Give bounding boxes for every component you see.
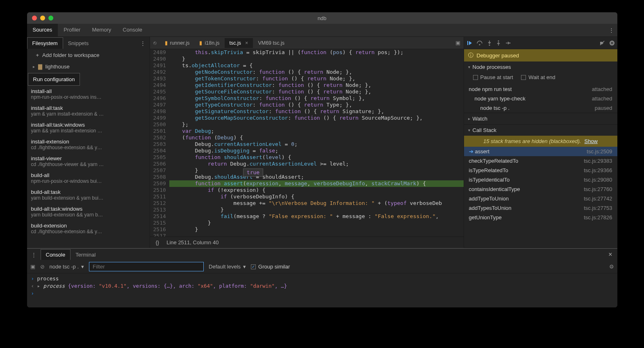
sidebar-more-icon[interactable]: ⋮: [136, 40, 150, 46]
node-processes-header[interactable]: Node processes: [464, 61, 617, 73]
tab-snippets[interactable]: Snippets: [63, 38, 94, 49]
line-gutter: 2489249024912492249324942495249624972498…: [150, 49, 169, 237]
file-tab[interactable]: ▮i18n.js: [194, 38, 224, 48]
file-tab-active[interactable]: tsc.js×: [225, 38, 253, 48]
close-window-icon[interactable]: [32, 16, 37, 20]
code-editor[interactable]: this.skipTrivia = skipTrivia || (functio…: [169, 49, 464, 237]
step-into-icon[interactable]: [487, 40, 492, 46]
debugger-controls: [464, 37, 617, 49]
folder-item[interactable]: ▸ ▇ lighthouse: [27, 61, 150, 72]
resume-icon[interactable]: [467, 40, 472, 46]
svg-point-2: [489, 44, 490, 45]
plus-icon: +: [36, 52, 39, 58]
add-folder-label: Add folder to workspace: [42, 52, 99, 58]
script-item[interactable]: build-allnpm-run-posix-or-windows bui…: [27, 170, 150, 187]
pause-exceptions-icon[interactable]: [609, 40, 615, 46]
stack-frame[interactable]: containsIdenticalTypetsc.js:27760: [464, 184, 617, 194]
minimize-window-icon[interactable]: [40, 16, 45, 20]
current-frame-icon: ➔: [469, 148, 473, 155]
stack-frame[interactable]: addTypeToUniontsc.js:27742: [464, 194, 617, 203]
script-item[interactable]: install-viewercd ./lighthouse-viewer && …: [27, 153, 150, 170]
script-item[interactable]: build-all:task:windowsyarn build-extensi…: [27, 203, 150, 220]
stack-frame[interactable]: ➔asserttsc.js:2509: [464, 147, 617, 156]
step-over-icon[interactable]: [476, 40, 483, 46]
console-output[interactable]: › process ‹ ▸ process {version: "v10.4.1…: [27, 273, 617, 299]
stack-frame[interactable]: addTypesToUniontsc.js:27753: [464, 203, 617, 213]
scripts-list: install-allnpm-run-posix-or-windows ins……: [27, 86, 150, 248]
svg-point-3: [498, 40, 499, 41]
close-tab-icon[interactable]: ×: [245, 40, 248, 46]
drawer-menu-icon[interactable]: ⋮: [27, 252, 41, 258]
add-folder-button[interactable]: + Add folder to workspace: [27, 49, 150, 61]
watch-header[interactable]: Watch: [464, 113, 617, 124]
drawer-tab-terminal[interactable]: Terminal: [71, 250, 100, 260]
chevron-down-icon: ▾: [243, 264, 246, 270]
pause-at-start-checkbox[interactable]: Pause at start: [473, 74, 513, 80]
svg-point-1: [479, 44, 480, 45]
process-item[interactable]: node npm run testattached: [464, 84, 617, 94]
stack-frame[interactable]: getUnionTypetsc.js:27826: [464, 213, 617, 222]
editor-pane: ⎋ ▮runner.js ▮i18n.js tsc.js× VM69 tsc.j…: [150, 37, 464, 248]
nav-back-icon[interactable]: ⎋: [150, 40, 160, 46]
script-item[interactable]: install-extensioncd ./lighthouse-extensi…: [27, 136, 150, 153]
info-icon: ⓘ: [468, 52, 473, 59]
process-item[interactable]: node tsc -p .paused: [464, 103, 617, 113]
clear-console-icon[interactable]: ⊘: [40, 264, 45, 270]
main-tabs: Sources Profiler Memory Console ⋮: [27, 24, 617, 37]
file-tabs: ⎋ ▮runner.js ▮i18n.js tsc.js× VM69 tsc.j…: [150, 37, 464, 49]
folder-label: lighthouse: [46, 64, 70, 70]
more-menu-icon[interactable]: ⋮: [606, 24, 617, 36]
script-item[interactable]: build-extensioncd ./lighthouse-extension…: [27, 220, 150, 237]
debugger-pane: ⓘ Debugger paused Node processes Pause a…: [464, 37, 617, 248]
process-item[interactable]: node yarn type-checkattached: [464, 94, 617, 103]
levels-selector[interactable]: Default levels ▾: [209, 264, 246, 270]
script-item[interactable]: install-all:task:windowsyarn && yarn ins…: [27, 119, 150, 136]
file-tab[interactable]: ▮runner.js: [160, 38, 195, 48]
toggle-sidebar-icon[interactable]: ▣: [30, 264, 35, 270]
left-sidebar: Filesystem Snippets ⋮ + Add folder to wo…: [27, 37, 150, 248]
value-tooltip: true: [243, 168, 263, 177]
stack-frame[interactable]: isTypeRelatedTotsc.js:29366: [464, 166, 617, 175]
settings-icon[interactable]: ⚙: [609, 264, 614, 270]
debugger-paused-banner: ⓘ Debugger paused: [464, 49, 617, 61]
blackbox-notice: 15 stack frames are hidden (blackboxed).…: [464, 136, 617, 147]
chevron-right-icon: ▸: [33, 64, 35, 69]
show-blackboxed-link[interactable]: Show: [584, 138, 598, 144]
call-stack-header[interactable]: Call Stack: [464, 125, 617, 136]
group-similar-checkbox[interactable]: ✓Group similar: [251, 264, 290, 270]
js-file-icon: ▮: [165, 40, 168, 46]
tab-memory[interactable]: Memory: [86, 24, 117, 36]
stack-frame[interactable]: checkTypeRelatedTotsc.js:29383: [464, 156, 617, 166]
svg-point-4: [509, 42, 510, 43]
tab-filesystem[interactable]: Filesystem: [27, 37, 63, 49]
script-item[interactable]: install-all:taskyarn & yarn install-exte…: [27, 102, 150, 119]
file-tab[interactable]: VM69 tsc.js: [253, 38, 289, 48]
svg-point-6: [610, 41, 614, 45]
drawer-tab-console[interactable]: Console: [41, 249, 71, 260]
tab-sources[interactable]: Sources: [27, 24, 58, 36]
filter-input[interactable]: [89, 262, 204, 271]
run-configuration-header[interactable]: Run configuration: [28, 73, 80, 86]
tab-profiler[interactable]: Profiler: [58, 24, 86, 36]
editor-statusbar: {} Line 2511, Column 40: [150, 237, 464, 248]
stack-frame[interactable]: isTypeIdenticalTotsc.js:29080: [464, 175, 617, 184]
window-titlebar: ndb: [27, 12, 617, 24]
close-drawer-icon[interactable]: ×: [603, 251, 617, 258]
context-selector[interactable]: node tsc -p . ▾: [50, 264, 84, 270]
pretty-print-icon[interactable]: {}: [156, 239, 159, 246]
zoom-window-icon[interactable]: [48, 16, 53, 20]
window-title: ndb: [318, 15, 327, 21]
step-icon[interactable]: [505, 40, 511, 46]
script-item[interactable]: install-allnpm-run-posix-or-windows ins…: [27, 86, 150, 102]
tab-console[interactable]: Console: [117, 24, 148, 36]
wait-at-end-checkbox[interactable]: Wait at end: [521, 74, 555, 80]
script-item[interactable]: build-all:taskyarn build-extension & yar…: [27, 187, 150, 203]
svg-rect-8: [612, 42, 613, 44]
deactivate-breakpoints-icon[interactable]: [599, 40, 605, 46]
console-drawer: ⋮ Console Terminal × ▣ ⊘ node tsc -p . ▾…: [27, 248, 617, 307]
svg-rect-0: [467, 41, 468, 45]
step-out-icon[interactable]: [496, 40, 501, 46]
toggle-navigator-icon[interactable]: ▣: [452, 40, 464, 46]
paused-label: Debugger paused: [477, 52, 519, 59]
folder-icon: ▇: [38, 64, 42, 70]
